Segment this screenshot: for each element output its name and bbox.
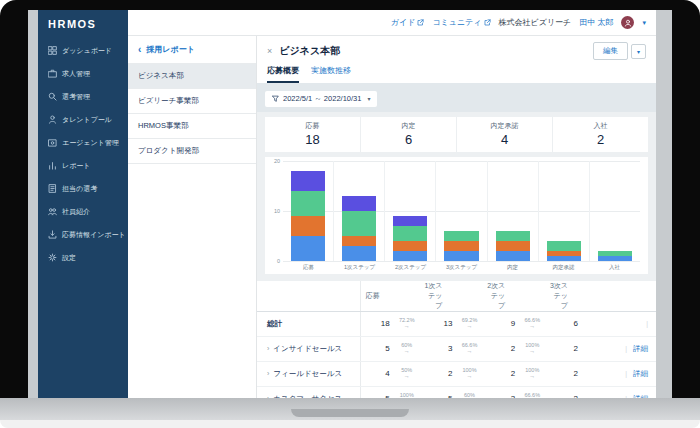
bar-segment-4 <box>291 171 325 191</box>
conversion-rate: 72.2%→ <box>390 317 424 330</box>
sidebar-item-dashboard[interactable]: ダッシュボード <box>38 39 128 62</box>
chevron-left-icon: ‹ <box>138 45 141 55</box>
user-name[interactable]: 田中 太郎 <box>579 17 613 28</box>
row-label[interactable]: ›インサイドセールス <box>257 337 361 361</box>
sidebar: HRMOS ダッシュボード求人管理選考管理タレントプールエージェント管理レポート… <box>38 10 128 398</box>
sidebar-item-my-screenings[interactable]: 担当の選考 <box>38 177 128 200</box>
detail-link[interactable]: 詳細 <box>633 369 648 379</box>
report-item[interactable]: HRMOS事業部 <box>128 114 256 139</box>
edit-button[interactable]: 編集 <box>593 42 628 60</box>
arrow-right-icon: → <box>467 348 473 355</box>
funnel-icon <box>272 95 279 102</box>
sidebar-item-label: 社員紹介 <box>62 207 90 217</box>
sidebar-item-label: 求人管理 <box>62 69 90 79</box>
stage-count: 9 <box>487 319 516 328</box>
report-item[interactable]: プロダクト開発部 <box>128 139 256 164</box>
bar-stack <box>598 251 632 261</box>
edit-dropdown-button[interactable]: ▾ <box>631 44 646 59</box>
stage-count: 6 <box>549 319 578 328</box>
column-header-label: 2次ステップ <box>487 281 516 311</box>
sidebar-item-settings[interactable]: 設定 <box>38 246 128 269</box>
sidebar-item-screening-management[interactable]: 選考管理 <box>38 85 128 108</box>
table-header-cell: 2次ステップ <box>487 281 550 311</box>
table-data-group: 2100%→ <box>487 362 550 386</box>
agent-icon <box>48 138 57 147</box>
bar-segment-2 <box>291 216 325 236</box>
tab-bar: 応募概要 実施数推移 <box>267 65 646 83</box>
bar-category-6 <box>539 161 590 261</box>
conversion-rate: 60%→ <box>390 342 424 355</box>
report-item[interactable]: ビズリーチ事業部 <box>128 89 256 114</box>
sidebar-item-job-management[interactable]: 求人管理 <box>38 62 128 85</box>
community-link[interactable]: コミュニティ <box>432 17 490 28</box>
filter-band: 2022/5/1 ～ 2022/10/31 ▾ <box>257 83 656 112</box>
reports-panel-items: ビジネス本部ビズリーチ事業部HRMOS事業部プロダクト開発部 <box>128 64 256 164</box>
x-axis-label: 3次ステップ <box>436 264 487 271</box>
funnel-table: 応募1次ステップ2次ステップ3次ステップ総計1872.2%→1369.2%→96… <box>257 281 656 399</box>
sidebar-item-application-import[interactable]: 応募情報インポート <box>38 223 128 246</box>
bar-stack <box>393 216 427 261</box>
funnel-chart-card: 01020 応募1次ステップ2次ステップ3次ステップ内定内定承諾入社 <box>265 157 648 274</box>
stage-count: 4 <box>361 369 390 378</box>
bar-stack <box>444 231 478 261</box>
row-label[interactable]: ›カスタマーサクセス <box>257 387 361 399</box>
bar-segment-3 <box>342 211 376 236</box>
table-header-cell: 応募 <box>361 281 424 311</box>
main-area: × ビジネス本部 編集 ▾ 応募概要 実施数推移 <box>257 36 656 398</box>
sidebar-item-label: 設定 <box>62 253 76 263</box>
bar-segment-1 <box>547 256 581 261</box>
date-range-value: 2022/5/1 ～ 2022/10/31 <box>283 94 361 104</box>
sidebar-item-employee-referral[interactable]: 社員紹介 <box>38 200 128 223</box>
settings-icon <box>48 253 57 262</box>
table-header-cell: 3次ステップ <box>549 281 612 311</box>
bar-segment-3 <box>496 231 530 241</box>
stat-value: 18 <box>265 132 360 147</box>
guide-link[interactable]: ガイド <box>391 17 425 28</box>
reports-panel-header[interactable]: ‹ 採用レポート <box>128 36 256 64</box>
stat-label: 入社 <box>553 121 648 131</box>
conversion-rate: 100%→ <box>515 367 549 380</box>
bar-segment-3 <box>393 226 427 241</box>
bar-stack <box>342 196 376 261</box>
tab-application-overview[interactable]: 応募概要 <box>267 65 299 83</box>
y-axis-tick: 10 <box>274 208 280 214</box>
sidebar-item-agent-management[interactable]: エージェント管理 <box>38 131 128 154</box>
stage-count: 2 <box>424 369 453 378</box>
row-label[interactable]: ›フィールドセールス <box>257 362 361 386</box>
bar-category-7 <box>590 161 640 261</box>
guide-link-label: ガイド <box>391 17 416 28</box>
hrmos-logo: HRMOS <box>38 10 128 39</box>
conversion-rate: 69.2%→ <box>453 317 487 330</box>
sidebar-item-label: エージェント管理 <box>62 138 119 148</box>
stat-label: 内定承諾 <box>457 121 552 131</box>
detail-cell: |詳細 <box>612 387 656 399</box>
report-item[interactable]: ビジネス本部 <box>128 64 256 89</box>
stat-value: 4 <box>457 132 552 147</box>
external-link-icon <box>484 19 491 26</box>
detail-link[interactable]: 詳細 <box>633 344 648 354</box>
topbar: ガイド コミュニティ 株式会社ビズリーチ 田中 太郎 ▾ <box>128 10 656 36</box>
row-name-text: 総計 <box>267 319 282 329</box>
sidebar-item-report[interactable]: レポート <box>38 154 128 177</box>
close-icon[interactable]: × <box>267 46 272 56</box>
date-range-filter[interactable]: 2022/5/1 ～ 2022/10/31 ▾ <box>265 91 377 107</box>
chevron-down-icon: ▾ <box>367 95 370 102</box>
avatar[interactable] <box>621 16 634 29</box>
sidebar-item-talent-pool[interactable]: タレントプール <box>38 108 128 131</box>
bar-segment-1 <box>496 251 530 261</box>
table-data-group: 2 <box>549 337 612 361</box>
chevron-right-icon: › <box>267 370 269 377</box>
detail-cell: |詳細 <box>612 337 656 361</box>
table-header-name-spacer <box>257 281 361 311</box>
conversion-rate: 100%→ <box>453 367 487 380</box>
referral-icon <box>48 207 57 216</box>
arrow-right-icon: → <box>467 373 473 380</box>
row-label-total: 総計 <box>257 312 361 336</box>
table-header-cell: 1次ステップ <box>424 281 487 311</box>
tab-interview-count-trend[interactable]: 実施数推移 <box>311 65 351 83</box>
chevron-down-icon[interactable]: ▾ <box>642 19 646 26</box>
x-axis-label: 内定 <box>487 264 538 271</box>
person-icon <box>624 19 632 27</box>
laptop-hinge <box>291 409 409 417</box>
arrow-right-icon: → <box>467 323 473 330</box>
